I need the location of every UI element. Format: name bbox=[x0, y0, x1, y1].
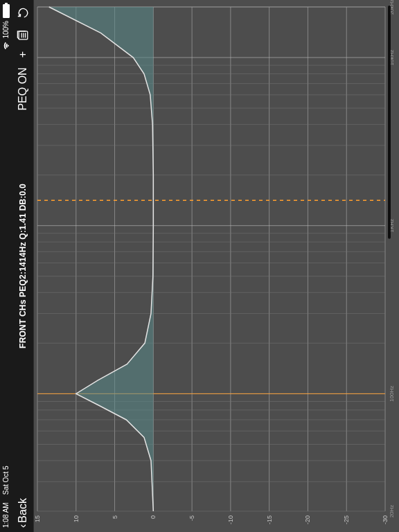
y-tick-label: -5 bbox=[188, 515, 195, 521]
undo-icon[interactable] bbox=[17, 7, 29, 19]
presets-icon[interactable] bbox=[17, 29, 29, 42]
y-tick-label: 5 bbox=[112, 515, 118, 519]
add-button[interactable]: + bbox=[17, 51, 29, 57]
wifi-icon bbox=[3, 42, 10, 50]
chevron-left-icon: ‹ bbox=[17, 524, 28, 528]
y-tick-label: -15 bbox=[266, 515, 273, 524]
eq-chart[interactable]: 151050-5-10-15-20-25-3020Hz100Hz1KHz10kH… bbox=[33, 0, 399, 532]
status-date: Sat Oct 5 bbox=[2, 466, 10, 495]
battery-icon bbox=[3, 4, 10, 18]
eq-curve[interactable] bbox=[49, 7, 154, 511]
status-bar: 1:08 AM Sat Oct 5 100% bbox=[0, 0, 12, 532]
y-tick-label: -25 bbox=[343, 515, 350, 524]
y-tick-label: -20 bbox=[304, 515, 311, 524]
battery-pct: 100% bbox=[0, 21, 12, 39]
x-tick-label: 100Hz bbox=[389, 386, 395, 402]
back-button[interactable]: ‹ Back bbox=[17, 498, 29, 528]
back-label: Back bbox=[17, 498, 29, 523]
x-tick-label: 20Hz bbox=[389, 505, 395, 518]
y-tick-label: -30 bbox=[382, 515, 389, 524]
status-time: 1:08 AM bbox=[2, 502, 10, 528]
y-tick-label: 15 bbox=[34, 515, 41, 522]
nav-bar: ‹ Back FRONT CHs PEQ2:1414Hz Q:1.41 DB:0… bbox=[12, 0, 33, 532]
y-tick-label: 0 bbox=[150, 515, 157, 519]
y-tick-label: 10 bbox=[73, 515, 80, 522]
y-tick-label: -10 bbox=[227, 515, 234, 524]
eq-curve-fill bbox=[49, 7, 154, 511]
peq-toggle[interactable]: PEQ ON bbox=[17, 67, 29, 110]
